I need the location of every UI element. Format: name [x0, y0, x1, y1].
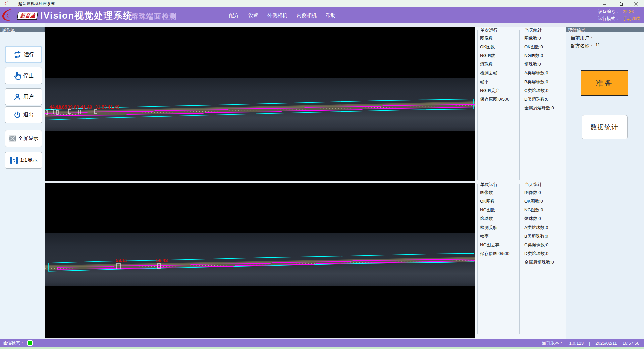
desktop-strip	[0, 347, 644, 349]
app-title: IVision视觉处理系统	[40, 10, 133, 22]
close-icon	[634, 2, 638, 6]
single-run-groupbox: 单次运行 图像数 OK图数 NG图数 熔珠数 检测丢帧 帧率 NG图丢弃 保存原…	[477, 30, 520, 180]
device-info: 设备编号： 22-33 运行模式： 手动调试	[598, 8, 640, 22]
camera-splitter	[45, 181, 475, 183]
detection-overlay-bottom	[45, 183, 475, 338]
one-to-one-icon	[10, 156, 18, 164]
one-to-one-label: 1:1显示	[20, 157, 38, 163]
fullscreen-button[interactable]: 全屏显示	[5, 130, 42, 147]
stat-row: 熔珠数	[480, 216, 519, 225]
stat-row: 帧率	[480, 79, 519, 88]
restore-icon	[619, 2, 624, 6]
stat-row: NG图数	[480, 53, 519, 61]
stat-row: 保存原图:0/500	[480, 96, 519, 105]
user-label: 用户	[23, 94, 34, 100]
window-title: 超音速视觉处理系统	[18, 0, 55, 7]
device-number-label: 设备编号：	[598, 8, 620, 15]
power-icon	[13, 111, 21, 119]
version-value: 1.0.123	[569, 341, 584, 346]
stat-row: NG图数:0	[524, 207, 564, 216]
stat-row: A类熔珠数:0	[524, 225, 564, 233]
stat-row: 图像数:0	[524, 35, 564, 44]
data-statistics-button[interactable]: 数据统计	[582, 115, 628, 139]
comm-status-indicator	[27, 340, 33, 346]
measurement-label: 41.49	[80, 104, 92, 110]
stat-row: OK图数:0	[524, 44, 564, 53]
menu-outer-camera[interactable]: 外侧相机	[267, 12, 287, 19]
daily-stats-groupbox: 当天统计 图像数:0 OK图数:0 NG图数:0 熔珠数:0 A类熔珠数:0 B…	[522, 184, 564, 334]
run-label: 运行	[24, 51, 34, 58]
brand-logo-text: 超音速	[19, 13, 35, 19]
stat-row: 帧率	[480, 233, 519, 242]
user-icon	[13, 93, 21, 101]
status-time: 16:57:56	[622, 341, 639, 346]
single-run-groupbox: 单次运行 图像数 OK图数 NG图数 熔珠数 检测丢帧 帧率 NG图丢弃 保存原…	[477, 184, 520, 334]
groupbox-title: 单次运行	[479, 27, 499, 33]
fullscreen-label: 全屏显示	[18, 135, 38, 142]
menu-recipe[interactable]: 配方	[229, 12, 239, 19]
stat-row: A类熔珠数:0	[524, 70, 564, 79]
stat-row: B类熔珠数:0	[524, 79, 564, 88]
brand-swoosh-icon	[1, 8, 17, 23]
stop-label: 停止	[23, 72, 34, 79]
exit-button[interactable]: 退出	[5, 106, 42, 123]
measurement-label: 31.53	[95, 104, 107, 110]
measurement-label: 53.11	[116, 258, 127, 263]
stat-row: NG图数:0	[524, 53, 564, 61]
status-separator: |	[589, 341, 590, 346]
stat-row: 保存原图:0/500	[480, 251, 519, 259]
version-label: 当前版本：	[542, 340, 564, 346]
sidebar-title: 操作区	[0, 27, 45, 32]
recipe-name-label: 配方名称：	[571, 43, 594, 49]
stat-row: 图像数	[480, 35, 519, 44]
menubar: 配方 设置 外侧相机 内侧相机 帮助	[229, 12, 336, 19]
status-bar: 通信状态： 当前版本： 1.0.123 | 2025/02/11 16:57:5…	[0, 339, 644, 347]
stat-row: 熔珠数:0	[524, 61, 564, 70]
measurement-label: 41.49	[108, 104, 119, 110]
stat-row: D类熔珠数:0	[524, 251, 564, 259]
groupbox-title: 单次运行	[479, 182, 499, 188]
stat-row: OK图数	[480, 198, 519, 207]
ready-button[interactable]: 准备	[581, 70, 628, 96]
fullscreen-icon	[9, 135, 16, 142]
restore-button[interactable]	[614, 0, 628, 7]
run-loop-icon	[13, 51, 22, 59]
statistics-column: 单次运行 图像数 OK图数 NG图数 熔珠数 检测丢帧 帧率 NG图丢弃 保存原…	[475, 27, 566, 339]
measurement-label: 56.43	[156, 258, 168, 263]
statistics-info-panel: 统计信息 当前用户： 配方名称： 11 准备 数据统计	[566, 27, 644, 339]
stop-button[interactable]: 停止	[5, 67, 42, 84]
one-to-one-button[interactable]: 1:1显示	[5, 152, 42, 169]
device-number-value: 22-33	[623, 8, 640, 15]
menu-help[interactable]: 帮助	[326, 12, 336, 19]
menu-settings[interactable]: 设置	[248, 12, 258, 19]
app-header: 超音速 IVision视觉处理系统 熔珠端面检测 配方 设置 外侧相机 内侧相机…	[0, 7, 644, 23]
outer-camera-view: 44.39 41.85 39.83 41.49 31.53 41.49	[45, 27, 475, 181]
stat-row: 检测丢帧	[480, 225, 519, 233]
stat-row: 图像数	[480, 190, 519, 198]
exit-label: 退出	[23, 112, 34, 118]
stat-row: NG图数	[480, 207, 519, 216]
stat-row: 熔珠数:0	[524, 216, 564, 225]
stat-row: 熔珠数	[480, 61, 519, 70]
hand-stop-icon	[13, 71, 21, 80]
stat-row: OK图数:0	[524, 198, 564, 207]
recipe-name-value: 11	[595, 42, 600, 47]
app-subtitle: 熔珠端面检测	[131, 12, 177, 21]
user-button[interactable]: 用户	[5, 88, 42, 105]
measurement-label: 39.83	[67, 104, 79, 110]
run-button[interactable]: 运行	[5, 46, 42, 63]
minimize-icon	[602, 2, 606, 6]
minimize-button[interactable]	[598, 0, 611, 7]
stat-row: 金属屑熔珠数:0	[524, 259, 564, 268]
run-mode-value: 手动调试	[623, 15, 640, 22]
operation-sidebar: 操作区 运行 停止 用户 退出 全屏显示	[0, 23, 45, 339]
inner-camera-view: 53.11 56.43	[45, 183, 475, 338]
stat-row: B类熔珠数:0	[524, 233, 564, 242]
daily-stats-groupbox: 当天统计 图像数:0 OK图数:0 NG图数:0 熔珠数:0 A类熔珠数:0 B…	[522, 30, 564, 180]
brand-logo-badge: 超音速	[17, 12, 38, 20]
close-button[interactable]	[629, 0, 643, 7]
stat-row: 检测丢帧	[480, 70, 519, 79]
menu-inner-camera[interactable]: 内侧相机	[297, 12, 317, 19]
stat-row: 金属屑熔珠数:0	[524, 105, 564, 114]
status-date: 2025/02/11	[595, 341, 617, 346]
